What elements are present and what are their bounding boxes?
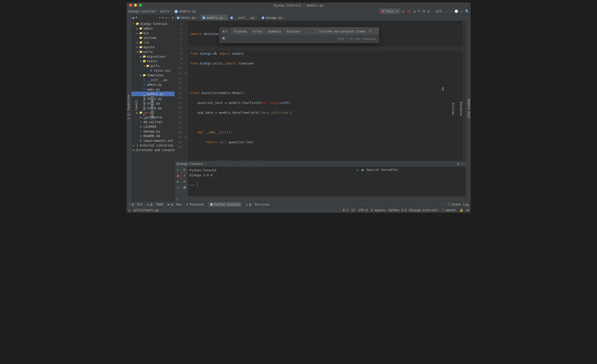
git-commit-button[interactable]: ✔	[450, 9, 452, 13]
git-history-button[interactable]: 🕘	[454, 9, 458, 13]
collapse-icon[interactable]: —	[168, 16, 170, 19]
console-prompt[interactable]: >>>	[190, 183, 353, 188]
tree-item-django-tutorial[interactable]: ▼📁django_tutorial	[132, 21, 175, 26]
tree-item-db-sqlite3[interactable]: ≡db.sqlite3	[132, 120, 175, 124]
expand-icon[interactable]: »	[177, 186, 179, 190]
tree-item-requirements-txt[interactable]: ▤requirements.txt	[132, 138, 175, 143]
tree-item-lib[interactable]: ▶📁lib	[132, 40, 175, 45]
tree-expander[interactable]: ▶	[139, 74, 142, 77]
error-stripe[interactable]: ✔	[463, 21, 466, 161]
history-down-icon[interactable]: ⬇	[183, 174, 185, 178]
editor-tab-manage-py[interactable]: ⬤manage.py×	[260, 15, 287, 20]
tree-item-include[interactable]: 📁include	[132, 35, 175, 40]
git-rollback-button[interactable]: ↶	[461, 9, 463, 13]
git-update-button[interactable]: ✓	[446, 9, 448, 13]
search-tab-all[interactable]: All	[220, 28, 231, 35]
hector-icon[interactable]: ☻	[467, 208, 468, 212]
search-tab-symbols[interactable]: Symbols	[265, 28, 284, 35]
rerun-button[interactable]: ↻	[177, 168, 179, 172]
status-path[interactable]: polls/tests.py	[134, 208, 159, 212]
breadcrumb-item[interactable]: polls	[160, 9, 170, 13]
search-everywhere-button[interactable]: 🔍	[465, 9, 469, 13]
tree-item-polls[interactable]: ▼📁polls	[132, 63, 175, 68]
soft-wrap-icon[interactable]: ≡	[183, 180, 185, 184]
search-tab-files[interactable]: Files	[250, 28, 265, 35]
tree-item-polls[interactable]: ▼📁polls	[132, 49, 175, 54]
tree-item-migrations[interactable]: ▶📁migrations	[132, 54, 175, 59]
filter-icon[interactable]: ⛉	[369, 30, 372, 33]
python-console-tool-tab[interactable]: ⬣Python Console	[209, 202, 241, 207]
tree-expander[interactable]: ▼	[139, 60, 142, 63]
console-title[interactable]: Django Console	[177, 162, 203, 166]
debug-button[interactable]: 🐞	[407, 9, 411, 13]
commit-tool-tab[interactable]: ◯Commit	[135, 99, 138, 116]
close-tab-icon[interactable]: ×	[197, 16, 199, 19]
chevron-down-icon[interactable]: ▼	[159, 16, 160, 19]
tree-item-manage-py[interactable]: ●manage.py	[132, 129, 175, 134]
close-icon[interactable]: ×	[204, 162, 206, 165]
tree-item-readme-md[interactable]: ▤README.md	[132, 134, 175, 138]
python-interpreter[interactable]: Python 3.8 (django_tutorial)	[389, 208, 438, 212]
pin-icon[interactable]: ⛶	[374, 30, 378, 33]
remote-host-tool-tab[interactable]: Remote Host	[467, 98, 471, 119]
chevron-right-icon[interactable]: ▶	[357, 169, 358, 171]
file-encoding[interactable]: UTF-8	[359, 208, 367, 212]
run-tool-tab[interactable]: ▶4: Run	[168, 203, 182, 206]
services-tool-tab[interactable]: ○8: Services	[246, 203, 269, 206]
tree-item-bin[interactable]: ▶📁bin	[132, 31, 175, 35]
tree-item-admin-py[interactable]: ●admin.py	[132, 82, 175, 87]
event-log-button[interactable]: ⓘEvent Log	[448, 202, 469, 206]
terminal-tool-tab[interactable]: ⌘Terminal	[186, 203, 204, 206]
tree-item-mysite[interactable]: ▶📁mysite	[132, 45, 175, 49]
override-gutter-icon[interactable]: o↑	[184, 135, 188, 140]
search-tab-classes[interactable]: Classes	[231, 28, 250, 35]
editor-tab-models-py[interactable]: ⬤models.py×	[200, 15, 228, 20]
stop-button[interactable]: ■	[428, 9, 430, 13]
tree-expander[interactable]: ▼	[143, 65, 146, 67]
tree-expander[interactable]: ▶	[136, 27, 139, 30]
breadcrumb-item[interactable]: models.py	[179, 9, 196, 13]
tree-expander[interactable]: ▼	[136, 51, 139, 53]
indent-info[interactable]: 4 spaces	[371, 208, 385, 212]
git-tool-tab[interactable]: ᛘ9: Git	[129, 203, 143, 206]
project-selector-icon[interactable]: ▣	[133, 16, 134, 19]
close-tab-icon[interactable]: ×	[283, 16, 285, 19]
line-separator[interactable]: LF	[352, 208, 355, 212]
tree-item-license[interactable]: ▤LICENSE	[132, 124, 175, 129]
breadcrumb[interactable]: django_tutorial 〉 polls 〉 ⬤ models.py	[128, 9, 196, 13]
tree-item-static[interactable]: ▼📁static	[132, 59, 175, 63]
tree-expander[interactable]: ▶	[136, 41, 139, 44]
run-button[interactable]: ▶	[403, 9, 405, 13]
editor-tab--init-py[interactable]: ⬤__init__.py×	[228, 15, 260, 20]
execute-button[interactable]: ▶	[177, 180, 179, 184]
stop-button[interactable]: ■	[177, 174, 179, 178]
tree-expander[interactable]: ▶	[136, 32, 139, 34]
attach-debugger-icon[interactable]: ⎘	[183, 168, 185, 172]
structure-tool-tab[interactable]: ≑7: Structure	[143, 94, 146, 121]
todo-tool-tab[interactable]: ≡6: TODO	[147, 203, 163, 206]
tree-item-external-libraries[interactable]: ▶▮External Libraries	[132, 143, 175, 148]
tree-item-admin[interactable]: ▶📁admin	[132, 26, 175, 31]
caret-position[interactable]: 6:1	[343, 208, 348, 212]
tree-item--init-py[interactable]: ●__init__.py	[132, 78, 175, 82]
variables-panel[interactable]: ▶ ▩ Special Variables	[355, 167, 466, 196]
tree-item-templates[interactable]: ▶📁templates	[132, 73, 175, 78]
close-tab-icon[interactable]: ×	[224, 16, 226, 19]
expand-caret-icon[interactable]: »	[176, 197, 178, 201]
tree-item-apps-py[interactable]: ●apps.py	[132, 87, 175, 92]
special-variables-label[interactable]: Special Variables	[366, 168, 398, 172]
search-tab-actions[interactable]: Actions	[284, 28, 303, 35]
tree-expander[interactable]: ▶	[133, 144, 135, 147]
tree-item-style-css[interactable]: ▦style.css	[132, 68, 175, 73]
locate-icon[interactable]: ⊕	[162, 16, 164, 19]
print-icon[interactable]: 🖶	[183, 186, 186, 190]
console-output[interactable]: Python Console Django 3.0.6 >>>	[188, 167, 355, 196]
expand-all-icon[interactable]: ⇲	[165, 16, 167, 19]
git-branch-widget[interactable]: ᛘ master	[442, 208, 456, 212]
tree-expander[interactable]: ▶	[139, 55, 142, 58]
read-only-toggle[interactable]: 🔓	[460, 208, 463, 212]
editor-tab-tests-py[interactable]: ⬤tests.py×	[175, 15, 201, 20]
search-input[interactable]	[228, 37, 337, 41]
project-selector-label[interactable]: P...	[136, 16, 158, 19]
override-gutter-icon[interactable]: o↑	[184, 71, 188, 76]
